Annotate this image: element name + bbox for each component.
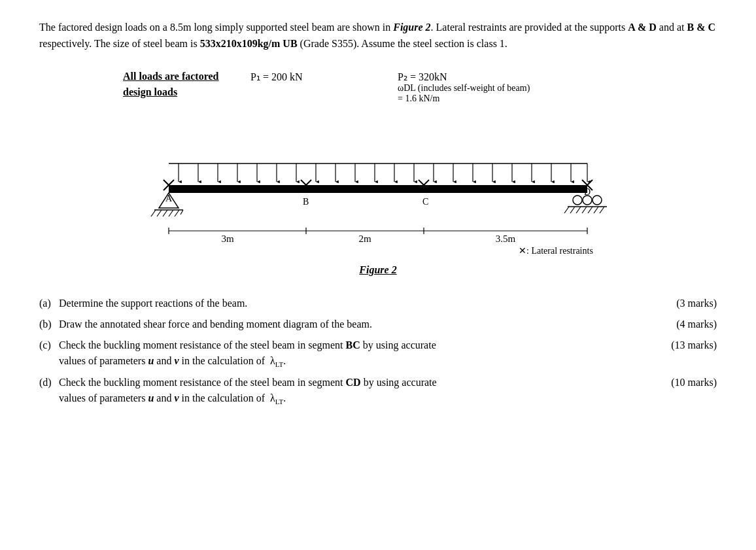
question-a: (a) Determine the support reactions of t… (39, 296, 717, 311)
svg-line-45 (576, 207, 581, 213)
figure-caption: Figure 2 (123, 264, 633, 276)
wdl-label: ωDL (includes self-weight of beam) (398, 83, 530, 94)
svg-line-29 (163, 210, 167, 216)
q-b-text: Draw the annotated shear force and bendi… (59, 317, 651, 332)
label-c: C (422, 197, 428, 207)
svg-line-46 (582, 207, 587, 213)
dim-35m: 3.5m (496, 233, 516, 244)
question-d: (d) Check the buckling moment resistance… (39, 375, 717, 407)
svg-point-41 (593, 196, 602, 205)
label-b: B (303, 197, 309, 207)
p2-area: P₂ = 320kN ωDL (includes self-weight of … (398, 71, 530, 104)
dimension-line-3: 3.5m (424, 228, 587, 244)
support-c: C (419, 180, 429, 207)
q-a-text: Determine the support reactions of the b… (59, 296, 651, 311)
all-loads-text: All loads are factored (123, 71, 219, 82)
beam-rect (169, 185, 587, 193)
lateral-legend: ✕: Lateral restraints (519, 246, 593, 256)
design-loads-text: design loads (123, 86, 177, 97)
question-b: (b) Draw the annotated shear force and b… (39, 317, 717, 332)
beam-svg: A B C (129, 116, 627, 260)
label-a: A (165, 194, 173, 203)
svg-line-28 (157, 210, 162, 216)
support-d: D (564, 180, 607, 213)
questions-section: (a) Determine the support reactions of t… (39, 296, 717, 407)
svg-line-32 (180, 210, 183, 215)
intro-text5: (Grade S355). Assume the steel section i… (298, 38, 507, 49)
svg-line-49 (600, 207, 604, 213)
q-d-label: (d) (39, 375, 59, 390)
svg-point-40 (583, 196, 592, 205)
q-d-text: Check the buckling moment resistance of … (59, 375, 651, 407)
p1-label: P₁ = 200 kN (250, 71, 302, 83)
q-d-bold-cd: CD (346, 377, 361, 388)
dimension-line-1: 3m (169, 228, 306, 244)
svg-line-44 (570, 207, 575, 213)
all-loads-label: All loads are factored (123, 71, 219, 82)
figure-caption-text: Figure 2 (359, 264, 396, 275)
dim-3m: 3m (221, 233, 234, 244)
p1-text: P₁ = 200 kN (250, 71, 302, 82)
figure-diagram: All loads are factored design loads P₁ =… (123, 71, 633, 276)
svg-line-31 (175, 210, 179, 216)
q-d-u: u (148, 392, 154, 404)
dim-2m: 2m (358, 233, 371, 244)
q-c-text: Check the buckling moment resistance of … (59, 337, 651, 370)
dimension-line-2: 2m (306, 228, 424, 244)
svg-line-30 (169, 210, 173, 216)
question-c: (c) Check the buckling moment resistance… (39, 337, 717, 370)
svg-line-47 (588, 207, 593, 213)
wdl-value: = 1.6 kN/m (398, 94, 530, 104)
label-d: D (584, 187, 591, 197)
intro-text2: . Lateral restraints are provided at the… (431, 22, 628, 33)
bold-bc: B & C (687, 22, 715, 33)
q-d-marks: (10 marks) (651, 375, 717, 390)
bold-ad: A & D (628, 22, 657, 33)
svg-point-39 (573, 196, 582, 205)
q-d-v: v (174, 392, 179, 404)
q-c-label: (c) (39, 337, 59, 353)
q-b-label: (b) (39, 317, 59, 332)
design-loads-label: design loads (123, 86, 177, 98)
p2-label: P₂ = 320kN (398, 71, 530, 83)
figure2-ref: Figure 2 (393, 22, 430, 33)
figure-container: All loads are factored design loads P₁ =… (39, 71, 717, 276)
q-c-bold-bc: BC (346, 339, 360, 351)
svg-line-48 (594, 207, 598, 213)
intro-text3: and at (657, 22, 687, 33)
intro-paragraph: The factored design loads on a 8.5m long… (39, 20, 717, 52)
support-b: B (301, 180, 311, 207)
q-c-v: v (174, 355, 179, 366)
q-a-marks: (3 marks) (651, 296, 717, 311)
q-a-label: (a) (39, 296, 59, 311)
intro-text4: respectively. The size of steel beam is (39, 38, 200, 49)
q-b-marks: (4 marks) (651, 317, 717, 332)
q-c-marks: (13 marks) (651, 337, 717, 353)
svg-line-27 (151, 210, 156, 216)
bold-section: 533x210x109kg/m UB (200, 38, 298, 49)
q-c-u: u (148, 355, 154, 366)
intro-text1: The factored design loads on a 8.5m long… (39, 22, 393, 33)
distributed-arrows (179, 163, 587, 182)
svg-line-43 (564, 207, 569, 213)
